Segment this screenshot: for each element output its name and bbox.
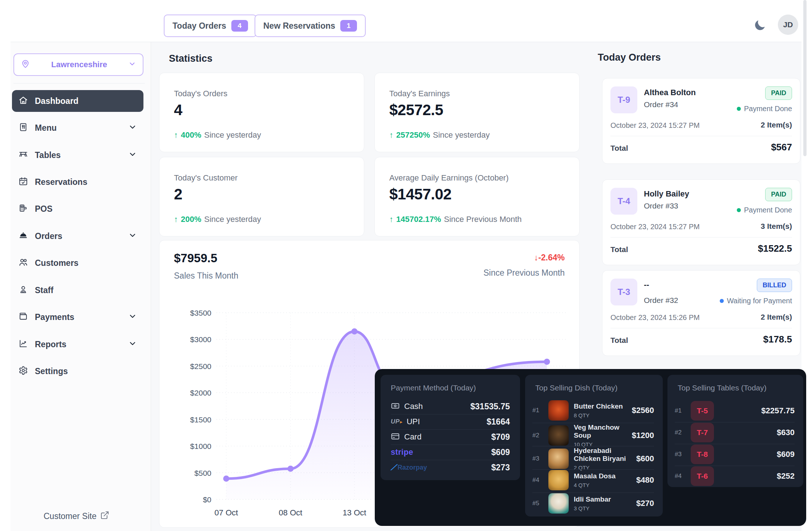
total-label: Total (610, 245, 628, 254)
stat-card-average-daily-earnings: Average Daily Earnings (October) $1457.0… (374, 157, 580, 236)
wallet-icon (19, 312, 28, 323)
razorpay-logo: ⟋Razorpay (391, 463, 427, 472)
rank-label: #1 (532, 407, 543, 414)
table-chip: T-3 (610, 279, 637, 305)
stat-label: Average Daily Earnings (October) (389, 173, 509, 183)
today-orders-count-badge: 4 (231, 20, 248, 32)
dish-name: Masala Dosa (574, 472, 616, 480)
stat-card-todays-earnings: Today's Earnings $2572.5 ↑257250%Since y… (374, 73, 580, 152)
today-orders-button[interactable]: Today Orders 4 (164, 15, 257, 37)
customer-site-label: Customer Site (44, 511, 97, 521)
total-value: $1522.5 (758, 243, 792, 254)
payment-method-name: Cash (404, 402, 423, 411)
stat-note: Since yesterday (204, 130, 261, 140)
up-arrow-icon: ↑ (389, 215, 393, 224)
dish-row: #3 Hyderabadi Chicken Biryani2 QTY $600 (532, 447, 654, 471)
stripe-logo: stripe (391, 447, 413, 457)
sidebar-item-dashboard[interactable]: Dashboard (12, 90, 143, 112)
sidebar-item-label: POS (35, 204, 53, 214)
stat-delta: 400% (181, 130, 201, 140)
divider (610, 237, 792, 238)
dark-mode-toggle[interactable] (752, 18, 767, 33)
chevron-down-icon (128, 123, 137, 133)
dish-amount: $1200 (632, 431, 654, 440)
dish-amount: $480 (636, 475, 654, 485)
payment-amount: $609 (491, 447, 510, 457)
payment-status: Payment Done (744, 105, 792, 113)
order-items-count: 3 Item(s) (761, 222, 792, 231)
sidebar-item-label: Staff (35, 285, 53, 295)
rank-label: #3 (532, 455, 543, 462)
page-scrollbar[interactable] (803, 0, 807, 156)
statistics-title: Statistics (169, 53, 212, 64)
stat-delta: 200% (181, 215, 201, 224)
location-select[interactable]: Lawrenceshire (13, 53, 143, 76)
payment-status-dot (720, 299, 724, 303)
sidebar-item-menu[interactable]: Menu (12, 117, 143, 139)
total-value: $178.5 (763, 334, 792, 345)
divider (610, 328, 792, 328)
sidebar-item-settings[interactable]: Settings (12, 360, 143, 382)
stat-value: $2572.5 (389, 101, 443, 119)
order-card[interactable]: T-3 -- Order #32 BILLED Waiting for Paym… (602, 270, 800, 356)
order-number: Order #33 (644, 202, 678, 210)
svg-text:$500: $500 (194, 469, 211, 477)
stat-label: Today's Orders (174, 89, 227, 98)
credit-card-icon (391, 432, 400, 442)
payment-amount: $273 (491, 463, 510, 473)
table-icon (19, 150, 28, 161)
sidebar-item-tables[interactable]: Tables (12, 144, 143, 166)
table-row: #2 T-7 $630 (675, 423, 795, 442)
external-link-icon (100, 511, 109, 522)
stat-delta: 257250% (396, 130, 430, 140)
sidebar-item-label: Settings (35, 366, 68, 376)
dish-qty: 3 QTY (574, 505, 611, 511)
user-avatar[interactable]: JD (778, 15, 798, 35)
svg-text:$1500: $1500 (190, 416, 211, 424)
sidebar-item-payments[interactable]: Payments (12, 306, 143, 328)
sidebar-item-label: Payments (35, 312, 74, 322)
stat-note: Since yesterday (204, 215, 261, 224)
svg-text:$0: $0 (203, 495, 211, 504)
sidebar-item-label: Dashboard (35, 96, 78, 106)
order-items-count: 2 Item(s) (761, 313, 792, 321)
stat-note: Since yesterday (433, 130, 490, 140)
rank-label: #4 (532, 477, 543, 484)
table-chip: T-5 (691, 401, 714, 421)
cash-icon (391, 401, 400, 412)
divider (610, 136, 792, 136)
sidebar-item-staff[interactable]: Staff (12, 279, 143, 301)
sidebar-item-reservations[interactable]: Reservations (12, 171, 143, 193)
up-arrow-icon: ↑ (174, 130, 178, 140)
order-datetime: October 23, 2024 15:27 PM (610, 223, 700, 231)
stat-note: Since Previous Month (444, 215, 522, 224)
top-selling-dish-panel: Top Selling Dish (Today) #1 Butter Chick… (525, 375, 663, 516)
payment-amount: $709 (491, 432, 510, 442)
dish-amount: $270 (636, 499, 654, 508)
new-reservations-button[interactable]: New Reservations 1 (255, 15, 366, 37)
table-amount: $609 (777, 450, 795, 459)
dish-row: #2 Veg Manchow Soup10 QTY $1200 (532, 423, 654, 447)
order-card[interactable]: T-9 Althea Bolton Order #34 PAID Payment… (602, 78, 800, 164)
cloche-icon (19, 231, 28, 242)
stat-card-todays-orders: Today's Orders 4 ↑400%Since yesterday (159, 73, 364, 152)
svg-text:$3000: $3000 (190, 335, 211, 344)
customer-site-link[interactable]: Customer Site (44, 511, 109, 522)
table-amount: $252 (777, 471, 795, 481)
order-card[interactable]: T-4 Holly Bailey Order #33 PAID Payment … (602, 179, 800, 265)
customer-name: Althea Bolton (644, 88, 696, 97)
chevron-down-icon (128, 312, 137, 322)
status-badge: BILLED (757, 279, 792, 292)
today-orders-button-label: Today Orders (172, 21, 226, 31)
sidebar-item-customers[interactable]: Customers (12, 252, 143, 274)
sidebar-item-orders[interactable]: Orders (12, 225, 143, 247)
sidebar-item-reports[interactable]: Reports (12, 333, 143, 355)
total-value: $567 (771, 142, 792, 153)
up-arrow-icon: ↑ (389, 130, 393, 140)
sidebar-item-pos[interactable]: POS (12, 198, 143, 220)
stat-delta: 145702.17% (396, 215, 441, 224)
dish-photo (548, 493, 569, 514)
table-chip: T-8 (691, 445, 714, 464)
total-label: Total (610, 144, 628, 153)
payment-method-name: Card (404, 432, 422, 442)
